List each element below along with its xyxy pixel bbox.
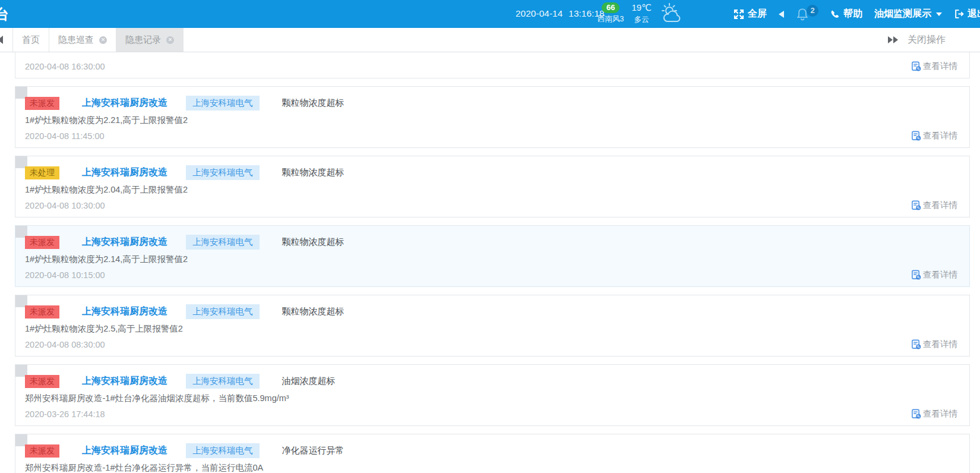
help-label: 帮助: [843, 8, 862, 20]
company-badge: 上海安科瑞电气: [186, 443, 260, 458]
header-nav: 全屏 2 帮助 油烟监测展示: [734, 0, 980, 28]
tab-1[interactable]: 隐患巡查✕: [49, 28, 116, 52]
record-header-row: 未派发 上海安科瑞厨房改造 上海安科瑞电气 颗粒物浓度超标: [25, 235, 344, 250]
view-details-button[interactable]: 查看详情: [911, 408, 957, 420]
view-details-button[interactable]: 查看详情: [911, 200, 957, 211]
view-details-icon: [911, 200, 921, 210]
hazard-record-card[interactable]: 未派发 上海安科瑞厨房改造 上海安科瑞电气 颗粒物浓度超标 1#炉灶颗粒物浓度为…: [15, 295, 970, 357]
hazard-record-card[interactable]: 未派发 上海安科瑞厨房改造 上海安科瑞电气 净化器运行异常 郑州安科瑞厨房改造-…: [15, 434, 970, 473]
tab-bar: 首页隐患巡查✕隐患记录✕ 关闭操作: [0, 28, 980, 52]
view-details-label: 查看详情: [923, 200, 957, 211]
view-details-button[interactable]: 查看详情: [911, 130, 957, 141]
company-badge: 上海安科瑞电气: [186, 235, 260, 250]
weather-widget: 66 西南风3 19℃ 多云: [598, 2, 685, 26]
hazard-record-card[interactable]: 未派发 上海安科瑞厨房改造 上海安科瑞电气 颗粒物浓度超标 1#炉灶颗粒物浓度为…: [15, 225, 970, 287]
fullscreen-icon: [734, 9, 744, 20]
record-header-row: 未派发 上海安科瑞厨房改造 上海安科瑞电气 颗粒物浓度超标: [25, 304, 344, 319]
view-details-button[interactable]: 查看详情: [911, 269, 957, 280]
tab-2[interactable]: 隐患记录✕: [116, 28, 184, 52]
hazard-record-list: 2020-04-08 16:30:00 查看详情 未派发 上海安科瑞厨房改造: [0, 17, 980, 473]
site-link[interactable]: 上海安科瑞厨房改造: [82, 305, 167, 318]
view-details-icon: [911, 61, 921, 71]
record-timestamp: 2020-04-08 10:30:00: [25, 201, 105, 210]
record-timestamp: 2020-04-08 16:30:00: [25, 62, 105, 71]
help-button[interactable]: 帮助: [830, 8, 862, 20]
hazard-category-label: 净化器运行异常: [282, 445, 344, 456]
tab-bar-right-controls: 关闭操作: [888, 28, 980, 52]
company-badge: 上海安科瑞电气: [186, 165, 260, 180]
top-header: 台 2020-04-1413:16:18 66 西南风3 19℃ 多云: [0, 0, 980, 28]
record-timestamp: 2020-04-08 08:30:00: [25, 340, 105, 349]
status-badge: 未派发: [25, 236, 59, 249]
view-details-icon: [911, 131, 921, 141]
wind-label: 西南风3: [598, 13, 624, 25]
hazard-record-card[interactable]: 未处理 上海安科瑞厨房改造 上海安科瑞电气 颗粒物浓度超标 1#炉灶颗粒物浓度为…: [15, 156, 970, 217]
platform-title-partial: 台: [0, 5, 10, 24]
record-footer-row: 2020-04-08 10:15:00 查看详情: [25, 269, 957, 280]
view-details-label: 查看详情: [923, 269, 957, 280]
tab-scroll-left[interactable]: [0, 28, 13, 52]
record-header-row: 未派发 上海安科瑞厨房改造 上海安科瑞电气 油烟浓度超标: [25, 374, 336, 389]
tab-scroll-right-icon[interactable]: [888, 36, 898, 43]
aqi-badge: 66: [602, 2, 619, 13]
tab-close-icon[interactable]: ✕: [99, 36, 107, 44]
hazard-description: 1#炉灶颗粒物浓度为2.04,高于上限报警值2: [25, 184, 188, 195]
tab-close-icon[interactable]: ✕: [166, 36, 174, 44]
record-footer-row: 2020-04-08 10:30:00 查看详情: [25, 200, 957, 211]
record-header-row: 未派发 上海安科瑞厨房改造 上海安科瑞电气 颗粒物浓度超标: [25, 96, 344, 111]
hazard-category-label: 颗粒物浓度超标: [282, 236, 344, 248]
fullscreen-label: 全屏: [748, 8, 767, 20]
tab-scroll-left-icon: [0, 36, 3, 44]
view-details-icon: [911, 409, 921, 419]
hazard-description: 郑州安科瑞厨房改造-1#灶台净化器油烟浓度超标，当前数值5.9mg/m³: [25, 393, 289, 404]
hazard-category-label: 颗粒物浓度超标: [282, 167, 344, 178]
current-date: 2020-04-14: [516, 8, 562, 18]
site-link[interactable]: 上海安科瑞厨房改造: [82, 375, 167, 387]
hazard-description: 1#炉灶颗粒物浓度为2.14,高于上限报警值2: [25, 254, 188, 265]
record-timestamp: 2020-03-26 17:44:18: [25, 409, 105, 419]
record-footer-row: 2020-03-26 17:44:18 查看详情: [25, 408, 957, 420]
weather-icon: [659, 3, 685, 24]
status-badge: 未派发: [25, 375, 59, 388]
condition-label: 多云: [634, 14, 649, 26]
status-badge: 未派发: [25, 444, 59, 458]
hazard-record-card[interactable]: 未派发 上海安科瑞厨房改造 上海安科瑞电气 油烟浓度超标 郑州安科瑞厨房改造-1…: [15, 364, 970, 426]
tab-label: 隐患巡查: [58, 34, 94, 46]
hazard-description: 1#炉灶颗粒物浓度为2.5,高于上限报警值2: [25, 323, 183, 335]
notification-count-badge: 2: [807, 5, 818, 17]
hazard-category-label: 颗粒物浓度超标: [282, 97, 344, 109]
monitor-menu-label: 油烟监测展示: [874, 8, 931, 20]
status-badge: 未处理: [25, 166, 59, 179]
view-details-icon: [911, 270, 921, 280]
view-details-button[interactable]: 查看详情: [911, 339, 957, 350]
record-footer-row: 2020-04-08 11:45:00 查看详情: [25, 130, 957, 141]
site-link[interactable]: 上海安科瑞厨房改造: [82, 97, 167, 109]
logout-icon: [954, 9, 964, 19]
status-badge: 未派发: [25, 97, 59, 110]
notifications-button[interactable]: 2: [796, 7, 818, 22]
monitor-menu-button[interactable]: 油烟监测展示: [874, 8, 942, 20]
view-details-label: 查看详情: [923, 408, 957, 420]
logout-button[interactable]: 退出: [954, 8, 980, 20]
tab-0[interactable]: 首页: [13, 28, 49, 52]
chevron-down-icon: [936, 12, 942, 16]
view-details-label: 查看详情: [923, 130, 957, 141]
company-badge: 上海安科瑞电气: [186, 374, 260, 389]
fullscreen-button[interactable]: 全屏: [734, 8, 767, 20]
view-details-label: 查看详情: [923, 61, 957, 72]
close-operations-button[interactable]: 关闭操作: [908, 34, 980, 46]
record-timestamp: 2020-04-08 11:45:00: [25, 131, 105, 141]
speaker-mute-icon[interactable]: [779, 11, 784, 18]
datetime-display: 2020-04-1413:16:18: [516, 8, 605, 19]
hazard-category-label: 颗粒物浓度超标: [282, 306, 344, 317]
record-footer-row: 2020-04-08 16:30:00 查看详情: [25, 61, 957, 72]
hazard-description: 1#炉灶颗粒物浓度为2.21,高于上限报警值2: [25, 115, 188, 126]
site-link[interactable]: 上海安科瑞厨房改造: [82, 166, 167, 179]
view-details-button[interactable]: 查看详情: [911, 61, 957, 72]
logout-label: 退出: [968, 8, 980, 20]
phone-icon: [830, 10, 840, 19]
hazard-category-label: 油烟浓度超标: [282, 376, 336, 387]
site-link[interactable]: 上海安科瑞厨房改造: [82, 444, 167, 457]
site-link[interactable]: 上海安科瑞厨房改造: [82, 236, 167, 248]
hazard-record-card[interactable]: 未派发 上海安科瑞厨房改造 上海安科瑞电气 颗粒物浓度超标 1#炉灶颗粒物浓度为…: [15, 86, 970, 148]
